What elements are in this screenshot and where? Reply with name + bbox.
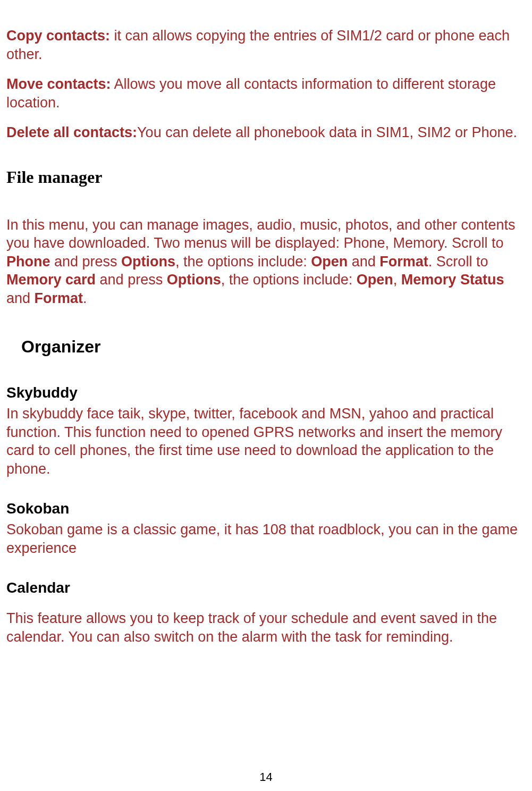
sokoban-block: Sokoban Sokoban game is a classic game, … bbox=[6, 499, 522, 557]
fm-text-b: and press bbox=[50, 254, 122, 270]
fm-text-d: and bbox=[348, 254, 379, 270]
copy-contacts-label: Copy contacts: bbox=[6, 28, 110, 44]
fm-text-e: . Scroll to bbox=[428, 254, 488, 270]
fm-options2: Options bbox=[167, 272, 221, 288]
fm-format1: Format bbox=[379, 254, 428, 270]
delete-all-contacts-label: Delete all contacts: bbox=[6, 124, 137, 140]
fm-open1: Open bbox=[311, 254, 348, 270]
skybuddy-text: In skybuddy face taik, skype, twitter, f… bbox=[6, 405, 522, 478]
fm-memcard: Memory card bbox=[6, 272, 96, 288]
calendar-text: This feature allows you to keep track of… bbox=[6, 609, 522, 646]
copy-contacts-paragraph: Copy contacts: it can allows copying the… bbox=[6, 27, 522, 63]
fm-options1: Options bbox=[121, 254, 175, 270]
fm-text-j: . bbox=[83, 290, 87, 306]
delete-all-contacts-text: You can delete all phonebook data in SIM… bbox=[137, 124, 517, 140]
calendar-heading: Calendar bbox=[6, 578, 522, 598]
fm-open2: Open bbox=[357, 272, 393, 288]
fm-format2: Format bbox=[35, 290, 83, 306]
file-manager-paragraph: In this menu, you can manage images, aud… bbox=[6, 216, 522, 308]
fm-memstatus: Memory Status bbox=[401, 272, 504, 288]
organizer-heading: Organizer bbox=[21, 336, 522, 358]
fm-text-h: , bbox=[393, 272, 401, 288]
calendar-block: Calendar This feature allows you to keep… bbox=[6, 578, 522, 646]
sokoban-heading: Sokoban bbox=[6, 499, 522, 518]
sokoban-text: Sokoban game is a classic game, it has 1… bbox=[6, 520, 522, 557]
move-contacts-label: Move contacts: bbox=[6, 76, 111, 92]
skybuddy-heading: Skybuddy bbox=[6, 383, 522, 402]
skybuddy-block: Skybuddy In skybuddy face taik, skype, t… bbox=[6, 383, 522, 478]
file-manager-heading: File manager bbox=[6, 166, 522, 188]
fm-text-g: , the options include: bbox=[221, 272, 357, 288]
delete-all-contacts-paragraph: Delete all contacts:You can delete all p… bbox=[6, 123, 522, 142]
fm-text-a: In this menu, you can manage images, aud… bbox=[6, 217, 516, 251]
fm-text-c: , the options include: bbox=[175, 254, 311, 270]
page-number: 14 bbox=[0, 770, 532, 785]
fm-phone: Phone bbox=[6, 254, 50, 270]
page: Copy contacts: it can allows copying the… bbox=[0, 0, 532, 791]
fm-text-f: and press bbox=[96, 272, 167, 288]
move-contacts-paragraph: Move contacts: Allows you move all conta… bbox=[6, 75, 522, 112]
fm-text-i: and bbox=[6, 290, 35, 306]
